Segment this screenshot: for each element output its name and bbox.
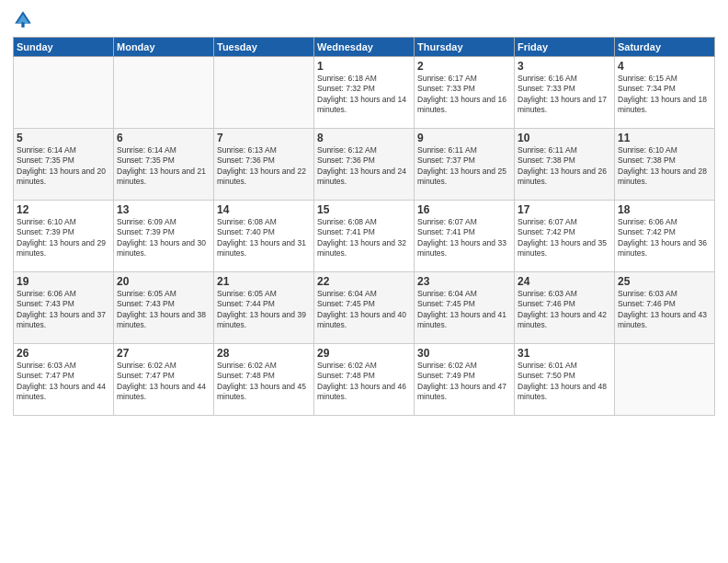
day-cell: 18Sunrise: 6:06 AM Sunset: 7:42 PM Dayli… <box>615 201 715 272</box>
day-number: 21 <box>217 275 311 288</box>
day-info: Sunrise: 6:06 AM Sunset: 7:42 PM Dayligh… <box>618 217 711 259</box>
col-header-monday: Monday <box>114 38 214 57</box>
day-info: Sunrise: 6:04 AM Sunset: 7:45 PM Dayligh… <box>317 289 411 331</box>
col-header-tuesday: Tuesday <box>214 38 314 57</box>
day-info: Sunrise: 6:08 AM Sunset: 7:41 PM Dayligh… <box>317 217 411 259</box>
day-number: 17 <box>518 203 611 216</box>
page-container: SundayMondayTuesdayWednesdayThursdayFrid… <box>0 0 728 563</box>
day-number: 12 <box>17 203 110 216</box>
day-info: Sunrise: 6:17 AM Sunset: 7:33 PM Dayligh… <box>417 74 511 116</box>
day-number: 4 <box>618 60 711 73</box>
day-number: 25 <box>618 275 711 288</box>
day-cell: 2Sunrise: 6:17 AM Sunset: 7:33 PM Daylig… <box>415 57 515 129</box>
day-info: Sunrise: 6:02 AM Sunset: 7:48 PM Dayligh… <box>317 361 411 403</box>
day-cell: 1Sunrise: 6:18 AM Sunset: 7:32 PM Daylig… <box>314 57 415 129</box>
day-number: 28 <box>217 347 311 360</box>
day-info: Sunrise: 6:02 AM Sunset: 7:47 PM Dayligh… <box>117 361 210 403</box>
day-info: Sunrise: 6:10 AM Sunset: 7:38 PM Dayligh… <box>618 145 711 188</box>
day-info: Sunrise: 6:08 AM Sunset: 7:40 PM Dayligh… <box>217 217 311 259</box>
day-cell: 7Sunrise: 6:13 AM Sunset: 7:36 PM Daylig… <box>214 129 314 201</box>
day-cell: 13Sunrise: 6:09 AM Sunset: 7:39 PM Dayli… <box>114 201 214 272</box>
day-cell: 5Sunrise: 6:14 AM Sunset: 7:35 PM Daylig… <box>14 129 114 201</box>
svg-rect-3 <box>21 22 24 28</box>
day-info: Sunrise: 6:03 AM Sunset: 7:46 PM Dayligh… <box>618 289 711 331</box>
day-number: 7 <box>217 132 311 144</box>
day-info: Sunrise: 6:07 AM Sunset: 7:41 PM Dayligh… <box>417 217 511 259</box>
day-cell: 8Sunrise: 6:12 AM Sunset: 7:36 PM Daylig… <box>314 129 415 201</box>
logo <box>13 9 37 29</box>
day-number: 22 <box>317 275 411 288</box>
week-row-4: 19Sunrise: 6:06 AM Sunset: 7:43 PM Dayli… <box>14 272 715 344</box>
day-cell: 4Sunrise: 6:15 AM Sunset: 7:34 PM Daylig… <box>615 57 715 129</box>
day-cell: 12Sunrise: 6:10 AM Sunset: 7:39 PM Dayli… <box>14 201 114 272</box>
day-number: 20 <box>117 275 210 288</box>
day-cell: 17Sunrise: 6:07 AM Sunset: 7:42 PM Dayli… <box>515 201 615 272</box>
day-cell: 25Sunrise: 6:03 AM Sunset: 7:46 PM Dayli… <box>615 272 715 344</box>
day-cell <box>14 57 114 129</box>
day-number: 2 <box>417 60 511 73</box>
day-cell: 20Sunrise: 6:05 AM Sunset: 7:43 PM Dayli… <box>114 272 214 344</box>
day-info: Sunrise: 6:03 AM Sunset: 7:46 PM Dayligh… <box>518 289 611 331</box>
day-info: Sunrise: 6:16 AM Sunset: 7:33 PM Dayligh… <box>518 74 611 116</box>
header-row: SundayMondayTuesdayWednesdayThursdayFrid… <box>14 38 715 57</box>
day-number: 19 <box>17 275 110 288</box>
day-number: 6 <box>117 132 210 144</box>
day-number: 1 <box>317 60 411 73</box>
day-info: Sunrise: 6:01 AM Sunset: 7:50 PM Dayligh… <box>518 361 611 403</box>
day-number: 29 <box>317 347 411 360</box>
day-number: 23 <box>417 275 511 288</box>
col-header-wednesday: Wednesday <box>314 38 415 57</box>
col-header-saturday: Saturday <box>615 38 715 57</box>
day-cell: 11Sunrise: 6:10 AM Sunset: 7:38 PM Dayli… <box>615 129 715 201</box>
day-cell: 29Sunrise: 6:02 AM Sunset: 7:48 PM Dayli… <box>314 344 415 416</box>
calendar-table: SundayMondayTuesdayWednesdayThursdayFrid… <box>13 37 715 416</box>
day-cell: 28Sunrise: 6:02 AM Sunset: 7:48 PM Dayli… <box>214 344 314 416</box>
day-cell: 26Sunrise: 6:03 AM Sunset: 7:47 PM Dayli… <box>14 344 114 416</box>
day-number: 15 <box>317 203 411 216</box>
day-info: Sunrise: 6:05 AM Sunset: 7:43 PM Dayligh… <box>117 289 210 331</box>
day-number: 18 <box>618 203 711 216</box>
day-info: Sunrise: 6:13 AM Sunset: 7:36 PM Dayligh… <box>217 145 311 188</box>
day-info: Sunrise: 6:11 AM Sunset: 7:38 PM Dayligh… <box>518 145 611 188</box>
week-row-3: 12Sunrise: 6:10 AM Sunset: 7:39 PM Dayli… <box>14 201 715 272</box>
day-cell: 9Sunrise: 6:11 AM Sunset: 7:37 PM Daylig… <box>415 129 515 201</box>
day-info: Sunrise: 6:11 AM Sunset: 7:37 PM Dayligh… <box>417 145 511 188</box>
day-info: Sunrise: 6:09 AM Sunset: 7:39 PM Dayligh… <box>117 217 210 259</box>
day-info: Sunrise: 6:14 AM Sunset: 7:35 PM Dayligh… <box>117 145 210 188</box>
day-cell: 19Sunrise: 6:06 AM Sunset: 7:43 PM Dayli… <box>14 272 114 344</box>
day-cell <box>114 57 214 129</box>
week-row-1: 1Sunrise: 6:18 AM Sunset: 7:32 PM Daylig… <box>14 57 715 129</box>
day-cell: 23Sunrise: 6:04 AM Sunset: 7:45 PM Dayli… <box>415 272 515 344</box>
day-info: Sunrise: 6:02 AM Sunset: 7:48 PM Dayligh… <box>217 361 311 403</box>
header <box>13 9 715 29</box>
day-cell <box>214 57 314 129</box>
day-cell: 30Sunrise: 6:02 AM Sunset: 7:49 PM Dayli… <box>415 344 515 416</box>
day-number: 31 <box>518 347 611 360</box>
day-info: Sunrise: 6:06 AM Sunset: 7:43 PM Dayligh… <box>17 289 110 331</box>
day-number: 3 <box>518 60 611 73</box>
day-info: Sunrise: 6:05 AM Sunset: 7:44 PM Dayligh… <box>217 289 311 331</box>
week-row-5: 26Sunrise: 6:03 AM Sunset: 7:47 PM Dayli… <box>14 344 715 416</box>
day-number: 16 <box>417 203 511 216</box>
day-info: Sunrise: 6:15 AM Sunset: 7:34 PM Dayligh… <box>618 74 711 116</box>
day-number: 14 <box>217 203 311 216</box>
day-cell: 15Sunrise: 6:08 AM Sunset: 7:41 PM Dayli… <box>314 201 415 272</box>
day-cell: 3Sunrise: 6:16 AM Sunset: 7:33 PM Daylig… <box>515 57 615 129</box>
day-cell <box>615 344 715 416</box>
day-cell: 21Sunrise: 6:05 AM Sunset: 7:44 PM Dayli… <box>214 272 314 344</box>
day-info: Sunrise: 6:14 AM Sunset: 7:35 PM Dayligh… <box>17 145 110 188</box>
day-number: 5 <box>17 132 110 144</box>
logo-icon <box>13 9 33 29</box>
col-header-thursday: Thursday <box>415 38 515 57</box>
day-number: 11 <box>618 132 711 144</box>
day-number: 24 <box>518 275 611 288</box>
day-cell: 31Sunrise: 6:01 AM Sunset: 7:50 PM Dayli… <box>515 344 615 416</box>
day-number: 27 <box>117 347 210 360</box>
day-number: 10 <box>518 132 611 144</box>
day-info: Sunrise: 6:03 AM Sunset: 7:47 PM Dayligh… <box>17 361 110 403</box>
day-info: Sunrise: 6:18 AM Sunset: 7:32 PM Dayligh… <box>317 74 411 116</box>
day-info: Sunrise: 6:07 AM Sunset: 7:42 PM Dayligh… <box>518 217 611 259</box>
col-header-sunday: Sunday <box>14 38 114 57</box>
day-number: 13 <box>117 203 210 216</box>
day-cell: 10Sunrise: 6:11 AM Sunset: 7:38 PM Dayli… <box>515 129 615 201</box>
